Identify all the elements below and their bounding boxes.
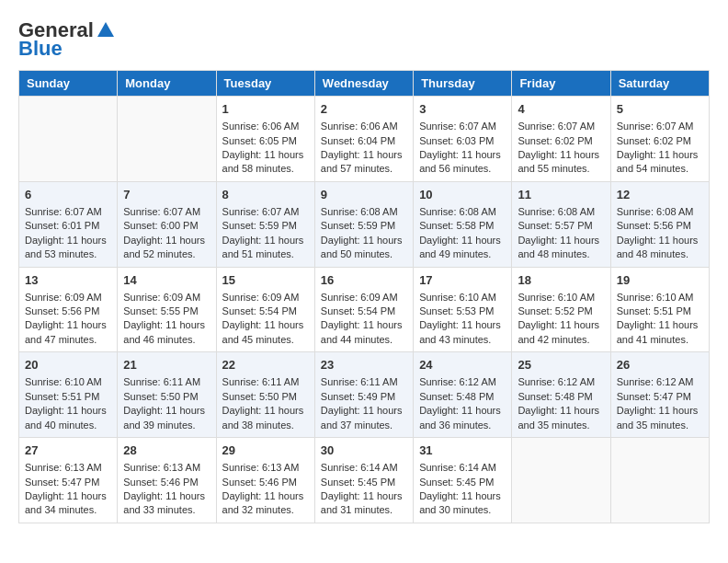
sunset-text: Sunset: 5:45 PM <box>419 476 506 489</box>
logo-blue-text: Blue <box>18 37 63 61</box>
sunset-text: Sunset: 6:00 PM <box>123 219 210 233</box>
sunrise-text: Sunrise: 6:14 AM <box>321 461 407 475</box>
daylight-text: Daylight: 11 hours and 48 minutes. <box>518 234 604 262</box>
daylight-text: Daylight: 11 hours and 31 minutes. <box>321 489 407 518</box>
sunrise-text: Sunrise: 6:14 AM <box>419 461 506 475</box>
calendar-weekday-saturday: Saturday <box>610 71 709 97</box>
calendar-day-cell: 24Sunrise: 6:12 AMSunset: 5:48 PMDayligh… <box>414 352 512 438</box>
sunset-text: Sunset: 5:48 PM <box>518 390 604 404</box>
sunset-text: Sunset: 5:46 PM <box>222 476 309 489</box>
sunset-text: Sunset: 5:52 PM <box>518 304 604 318</box>
day-number: 9 <box>321 187 407 203</box>
day-number: 2 <box>321 101 407 118</box>
sunrise-text: Sunrise: 6:07 AM <box>222 205 309 219</box>
daylight-text: Daylight: 11 hours and 53 minutes. <box>25 234 111 262</box>
daylight-text: Daylight: 11 hours and 44 minutes. <box>321 318 407 347</box>
logo: General Blue <box>18 18 118 61</box>
calendar-day-cell: 6Sunrise: 6:07 AMSunset: 6:01 PMDaylight… <box>19 181 118 267</box>
sunrise-text: Sunrise: 6:09 AM <box>222 291 309 304</box>
sunset-text: Sunset: 5:49 PM <box>321 390 407 404</box>
sunrise-text: Sunrise: 6:07 AM <box>25 205 111 219</box>
calendar-day-cell: 29Sunrise: 6:13 AMSunset: 5:46 PMDayligh… <box>216 438 314 523</box>
sunrise-text: Sunrise: 6:08 AM <box>518 205 604 219</box>
sunset-text: Sunset: 5:45 PM <box>321 476 407 489</box>
daylight-text: Daylight: 11 hours and 46 minutes. <box>123 318 210 347</box>
sunset-text: Sunset: 5:54 PM <box>321 304 407 318</box>
calendar-week-row: 20Sunrise: 6:10 AMSunset: 5:51 PMDayligh… <box>19 352 710 438</box>
daylight-text: Daylight: 11 hours and 30 minutes. <box>419 489 506 518</box>
calendar-day-cell: 17Sunrise: 6:10 AMSunset: 5:53 PMDayligh… <box>414 267 512 352</box>
day-number: 26 <box>617 357 703 373</box>
sunrise-text: Sunrise: 6:10 AM <box>617 291 703 304</box>
day-number: 25 <box>518 357 604 373</box>
day-number: 16 <box>321 272 407 289</box>
daylight-text: Daylight: 11 hours and 36 minutes. <box>419 404 506 432</box>
sunset-text: Sunset: 5:56 PM <box>617 219 703 233</box>
sunrise-text: Sunrise: 6:11 AM <box>222 375 309 389</box>
daylight-text: Daylight: 11 hours and 43 minutes. <box>419 318 506 347</box>
calendar-day-cell: 31Sunrise: 6:14 AMSunset: 5:45 PMDayligh… <box>414 438 512 523</box>
sunrise-text: Sunrise: 6:06 AM <box>321 120 407 133</box>
daylight-text: Daylight: 11 hours and 35 minutes. <box>518 404 604 432</box>
daylight-text: Daylight: 11 hours and 39 minutes. <box>123 404 210 432</box>
calendar-day-cell: 18Sunrise: 6:10 AMSunset: 5:52 PMDayligh… <box>512 267 610 352</box>
day-number: 24 <box>419 357 506 373</box>
calendar-weekday-wednesday: Wednesday <box>314 71 413 97</box>
day-number: 3 <box>419 101 506 118</box>
day-number: 21 <box>123 357 210 373</box>
calendar-header-row: SundayMondayTuesdayWednesdayThursdayFrid… <box>19 71 710 97</box>
day-number: 5 <box>617 101 703 118</box>
sunset-text: Sunset: 5:51 PM <box>617 304 703 318</box>
daylight-text: Daylight: 11 hours and 40 minutes. <box>25 404 111 432</box>
calendar-day-cell: 25Sunrise: 6:12 AMSunset: 5:48 PMDayligh… <box>512 352 610 438</box>
calendar-weekday-sunday: Sunday <box>19 71 118 97</box>
sunset-text: Sunset: 5:48 PM <box>419 390 506 404</box>
sunset-text: Sunset: 6:04 PM <box>321 134 407 148</box>
page-header: General Blue <box>18 18 710 61</box>
sunset-text: Sunset: 5:47 PM <box>617 390 703 404</box>
calendar-day-cell: 16Sunrise: 6:09 AMSunset: 5:54 PMDayligh… <box>314 267 413 352</box>
day-number: 7 <box>123 187 210 203</box>
sunset-text: Sunset: 5:58 PM <box>419 219 506 233</box>
daylight-text: Daylight: 11 hours and 37 minutes. <box>321 404 407 432</box>
sunrise-text: Sunrise: 6:10 AM <box>419 291 506 304</box>
sunset-text: Sunset: 5:59 PM <box>222 219 309 233</box>
daylight-text: Daylight: 11 hours and 45 minutes. <box>222 318 309 347</box>
calendar-day-cell: 26Sunrise: 6:12 AMSunset: 5:47 PMDayligh… <box>610 352 709 438</box>
sunrise-text: Sunrise: 6:13 AM <box>222 461 309 475</box>
calendar-day-cell: 13Sunrise: 6:09 AMSunset: 5:56 PMDayligh… <box>19 267 118 352</box>
calendar-day-cell: 15Sunrise: 6:09 AMSunset: 5:54 PMDayligh… <box>216 267 314 352</box>
sunset-text: Sunset: 5:50 PM <box>222 390 309 404</box>
sunrise-text: Sunrise: 6:07 AM <box>123 205 210 219</box>
sunset-text: Sunset: 6:03 PM <box>419 134 506 148</box>
sunrise-text: Sunrise: 6:12 AM <box>518 375 604 389</box>
sunrise-text: Sunrise: 6:11 AM <box>123 375 210 389</box>
calendar-day-cell: 10Sunrise: 6:08 AMSunset: 5:58 PMDayligh… <box>414 181 512 267</box>
daylight-text: Daylight: 11 hours and 51 minutes. <box>222 234 309 262</box>
sunset-text: Sunset: 5:50 PM <box>123 390 210 404</box>
day-number: 1 <box>222 101 309 118</box>
sunrise-text: Sunrise: 6:10 AM <box>518 291 604 304</box>
day-number: 4 <box>518 101 604 118</box>
day-number: 14 <box>123 272 210 289</box>
calendar-week-row: 13Sunrise: 6:09 AMSunset: 5:56 PMDayligh… <box>19 267 710 352</box>
sunrise-text: Sunrise: 6:07 AM <box>617 120 703 133</box>
daylight-text: Daylight: 11 hours and 48 minutes. <box>617 234 703 262</box>
day-number: 31 <box>419 442 506 459</box>
sunset-text: Sunset: 6:02 PM <box>617 134 703 148</box>
calendar-day-cell: 28Sunrise: 6:13 AMSunset: 5:46 PMDayligh… <box>118 438 216 523</box>
daylight-text: Daylight: 11 hours and 38 minutes. <box>222 404 309 432</box>
sunrise-text: Sunrise: 6:11 AM <box>321 375 407 389</box>
calendar-day-cell: 21Sunrise: 6:11 AMSunset: 5:50 PMDayligh… <box>118 352 216 438</box>
sunrise-text: Sunrise: 6:08 AM <box>321 205 407 219</box>
sunrise-text: Sunrise: 6:12 AM <box>419 375 506 389</box>
calendar-day-cell: 14Sunrise: 6:09 AMSunset: 5:55 PMDayligh… <box>118 267 216 352</box>
sunrise-text: Sunrise: 6:06 AM <box>222 120 309 133</box>
sunrise-text: Sunrise: 6:13 AM <box>123 461 210 475</box>
sunrise-text: Sunrise: 6:07 AM <box>518 120 604 133</box>
day-number: 28 <box>123 442 210 459</box>
daylight-text: Daylight: 11 hours and 41 minutes. <box>617 318 703 347</box>
sunrise-text: Sunrise: 6:08 AM <box>419 205 506 219</box>
day-number: 23 <box>321 357 407 373</box>
calendar-day-cell: 19Sunrise: 6:10 AMSunset: 5:51 PMDayligh… <box>610 267 709 352</box>
